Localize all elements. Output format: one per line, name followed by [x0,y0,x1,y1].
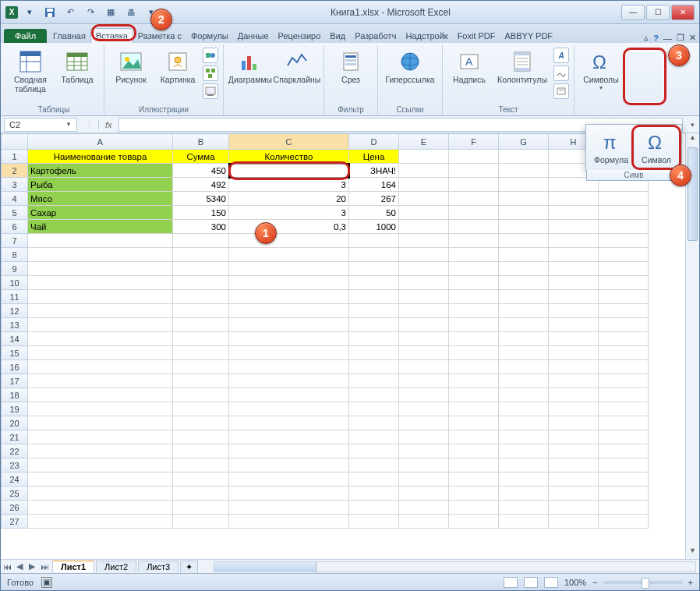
pivot-table-button[interactable]: Сводная таблица [9,48,52,95]
tab-addins[interactable]: Надстройк [401,29,452,43]
col-A[interactable]: A [28,134,173,150]
doc-minimize-icon[interactable]: — [663,34,672,43]
row-6[interactable]: 6 [2,220,28,234]
cell-A6[interactable]: Чай [28,220,173,234]
col-F[interactable]: F [449,134,499,150]
qat-dropdown[interactable]: ▾ [21,4,38,21]
cell-C1[interactable]: Количество [229,150,349,164]
row-1[interactable]: 1 [2,150,28,164]
row-5[interactable]: 5 [2,206,28,220]
cell-D6[interactable]: 1000 [349,220,399,234]
charts-button[interactable]: Диаграммы [228,48,272,87]
sheet-nav-prev[interactable]: ◀ [13,561,26,573]
maximize-button[interactable]: ☐ [646,5,670,20]
cell-D2[interactable]: ЗНАЧ! [349,164,399,178]
col-C[interactable]: C [229,134,349,150]
sigline-icon[interactable] [553,65,569,81]
sheet-tab-2[interactable]: Лист2 [96,561,136,572]
cell-C6[interactable]: 0,3 [229,220,349,234]
row-4[interactable]: 4 [2,192,28,206]
sheet-tab-3[interactable]: Лист3 [138,561,179,572]
object-icon[interactable] [553,83,569,99]
col-G[interactable]: G [499,134,549,150]
cell-A1[interactable]: Наименование товара [28,150,173,164]
qat-extra-icon[interactable]: ▦ [102,4,119,21]
cell-B4[interactable]: 5340 [173,192,229,206]
zoom-slider[interactable] [604,581,682,584]
cell-C3[interactable]: 3 [229,178,349,192]
symbols-button[interactable]: Ω Символы ▾ [579,48,623,93]
doc-restore-icon[interactable]: ❐ [677,33,684,43]
view-pagebreak-button[interactable] [544,577,558,588]
scroll-up-icon[interactable]: ▲ [686,133,699,146]
row-3[interactable]: 3 [2,178,28,192]
col-D[interactable]: D [349,134,399,150]
qat-more[interactable]: ▾ [143,4,160,21]
cell-B1[interactable]: Сумма [173,150,229,164]
sparklines-button[interactable]: Спарклайны [275,48,319,87]
row-2[interactable]: 2 [2,164,28,178]
screenshot-icon[interactable] [203,83,218,99]
popup-symbol-button[interactable]: Ω Символ [635,128,678,167]
grid[interactable]: A B C D E F G H 1 Наименование товара Су… [1,133,685,559]
hyperlink-button[interactable]: Гиперссылка [383,48,437,87]
cell-B3[interactable]: 492 [173,178,229,192]
zoom-out-icon[interactable]: − [592,578,597,587]
name-box-dropdown-icon[interactable]: ▼ [65,121,72,128]
cell-A2[interactable]: Картофель [28,164,173,178]
zoom-in-icon[interactable]: + [688,578,693,587]
tab-data[interactable]: Данные [233,29,274,43]
formula-expand-icon[interactable]: ▾ [686,121,699,129]
cell-B6[interactable]: 300 [173,220,229,234]
scroll-down-icon[interactable]: ▼ [686,547,699,559]
cell-D1[interactable]: Цена [349,150,399,164]
doc-close-icon[interactable]: ✕ [689,33,696,43]
tab-foxit[interactable]: Foxit PDF [453,29,500,43]
picture-button[interactable]: Рисунок [109,48,153,87]
namebox-handle-icon[interactable]: ⋮ [80,119,98,129]
tab-home[interactable]: Главная [48,29,90,43]
undo-icon[interactable]: ↶ [62,4,79,21]
cell-A4[interactable]: Мясо [28,192,173,206]
horizontal-scrollbar[interactable] [214,561,696,572]
cell-C4[interactable]: 20 [229,192,349,206]
save-icon[interactable] [41,4,58,21]
popup-equation-button[interactable]: π Формула [589,128,633,167]
smartart-icon[interactable] [203,65,218,81]
select-all-corner[interactable] [2,134,28,150]
cell-B2[interactable]: 450 [173,164,229,178]
qat-print-icon[interactable]: 🖶 [122,4,140,21]
zoom-level[interactable]: 100% [564,578,586,587]
tab-abbyy[interactable]: ABBYY PDF [500,29,558,43]
cell-A3[interactable]: Рыба [28,178,173,192]
view-layout-button[interactable] [524,577,538,588]
view-normal-button[interactable] [504,577,518,588]
cell-C2[interactable] [229,164,349,178]
clipart-button[interactable]: Картинка [156,48,200,87]
scroll-thumb[interactable] [688,147,698,241]
cell-D4[interactable]: 267 [349,192,399,206]
vertical-scrollbar[interactable]: ▲ ▼ [685,133,699,559]
close-button[interactable]: ✕ [671,5,695,20]
cell-D3[interactable]: 164 [349,178,399,192]
cell-D5[interactable]: 50 [349,206,399,220]
col-E[interactable]: E [399,134,449,150]
help-icon[interactable]: ? [653,34,659,43]
col-B[interactable]: B [173,134,229,150]
redo-icon[interactable]: ↷ [82,4,99,21]
fx-label[interactable]: fx [98,120,118,129]
sheet-tab-new[interactable]: ✦ [180,561,198,573]
sheet-nav-first[interactable]: ⏮ [1,561,13,573]
tab-pagelayout[interactable]: Разметка с [133,29,186,43]
tab-review[interactable]: Рецензиро [274,29,326,43]
textbox-button[interactable]: A Надпись [447,48,491,87]
wordart-icon[interactable]: A [553,48,569,63]
table-button[interactable]: Таблица [55,48,99,87]
tab-insert[interactable]: Вставка [90,28,133,43]
cell-C5[interactable]: 3 [229,206,349,220]
tab-developer[interactable]: Разработч [350,29,401,43]
slicer-button[interactable]: Срез [329,48,373,87]
ribbon-minimize-icon[interactable]: ▵ [644,33,649,43]
tab-formulas[interactable]: Формулы [186,29,233,43]
shapes-icon[interactable] [203,48,218,63]
